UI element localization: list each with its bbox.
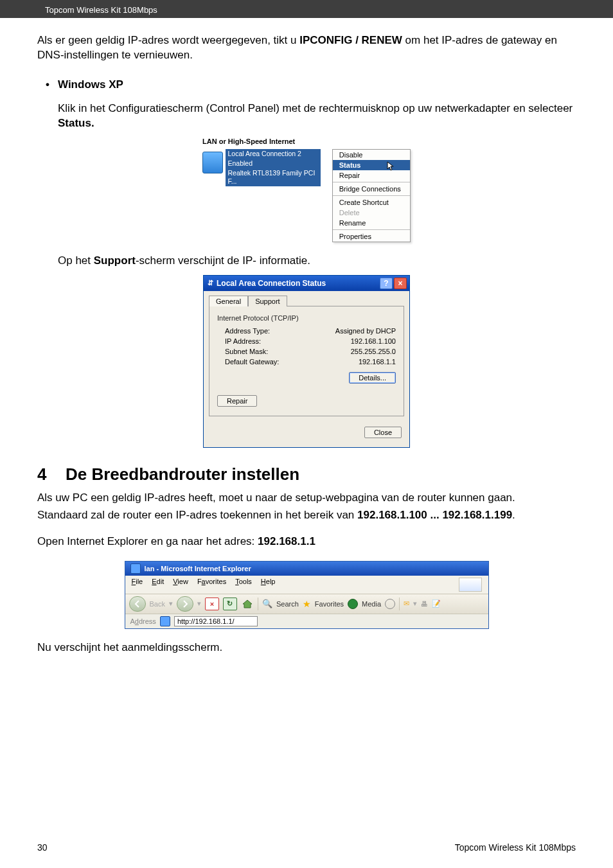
back-label: Back [150,600,165,608]
sec4-p3: Open Internet Explorer en ga naar het ad… [37,535,576,549]
ctx-repair[interactable]: Repair [333,170,410,181]
fwd-dropdown-icon[interactable]: ▾ [197,599,201,608]
menu-tools[interactable]: Tools [235,578,252,592]
intro-text-a: Als er geen geldig IP-adres wordt weerge… [37,34,299,46]
mask-value: 255.255.255.0 [351,348,396,355]
ctx-status[interactable]: Status [333,160,410,170]
sec4-p3-a: Open Internet Explorer en ga naar het ad… [37,535,258,547]
ctx-bridge[interactable]: Bridge Connections [333,182,410,194]
edit-icon[interactable]: 📝 [432,599,441,608]
status-dialog: ⇵ Local Area Connection Status ? × Gener… [203,275,410,448]
bullet-dot: • [37,78,58,91]
addr-type-value: Assigned by DHCP [335,327,396,335]
tab-support[interactable]: Support [248,296,287,306]
sec4-p1: Als uw PC een geldig IP-adres heeft, moe… [37,491,576,506]
ctx-status-label: Status [339,161,361,169]
row-address-type: Address Type: Assigned by DHCP [217,326,396,336]
help-button[interactable]: ? [380,278,393,289]
media-label: Media [362,600,381,608]
ie-throbber-icon [459,578,482,592]
menu-file[interactable]: File [132,578,143,592]
screenshot-context-menu: LAN or High-Speed Internet Local Area Co… [202,137,411,242]
mail-dropdown-icon[interactable]: ▾ [413,599,417,608]
step2-b: -scherm verschijnt de IP- informatie. [136,254,310,267]
back-dropdown-icon[interactable]: ▾ [169,599,173,608]
connection-name[interactable]: Local Area Connection 2 [226,149,321,159]
sec4-ip-range: 192.168.1.100 ... 192.168.1.199 [357,509,512,521]
row-mask: Subnet Mask: 255.255.255.0 [217,346,396,357]
ctx-properties[interactable]: Properties [333,229,410,242]
sec4-router-ip: 192.168.1.1 [258,535,315,547]
ie-address-bar: Address http://192.168.1.1/ [125,614,488,628]
refresh-button[interactable]: ↻ [223,598,237,610]
ctx-disable[interactable]: Disable [333,150,410,160]
forward-button[interactable] [177,596,193,612]
tcpip-group-label: Internet Protocol (TCP/IP) [217,314,396,322]
details-button[interactable]: Details... [349,372,396,384]
search-label: Search [276,600,299,608]
media-icon[interactable] [348,599,358,609]
step1-bold: Status. [58,117,94,129]
back-arrow-icon [134,600,141,608]
page-icon [160,616,170,626]
sec4-p2-c: . [512,509,515,521]
section-number: 4 [37,465,66,484]
screenshot-ie-browser: lan - Microsoft Internet Explorer File E… [125,561,489,629]
close-button[interactable]: Close [364,427,402,438]
gw-value: 192.168.1.1 [359,358,396,366]
home-button[interactable] [241,598,254,610]
address-input[interactable]: http://192.168.1.1/ [174,616,258,626]
dialog-titlebar: ⇵ Local Area Connection Status ? × [204,276,409,291]
sec4-p2: Standaard zal de router een IP-adres toe… [37,508,576,523]
menu-help[interactable]: Help [261,578,276,592]
address-label: Address [130,617,156,625]
mail-icon[interactable]: ✉ [404,599,409,608]
ie-window-title: lan - Microsoft Internet Explorer [145,565,251,572]
ip-value: 192.168.1.100 [351,337,396,345]
section-title: De Breedbandrouter instellen [66,465,299,484]
favorites-icon[interactable]: ★ [303,599,311,609]
step1-text-a: Klik in het Configuratiescherm (Control … [58,102,573,114]
doc-header: Topcom Wireless Kit 108Mbps [0,0,613,18]
network-connection-icon [202,152,223,173]
menu-view[interactable]: View [173,578,188,592]
stop-button[interactable]: × [205,598,219,610]
tab-general[interactable]: General [209,296,248,306]
gw-label: Default Gateway: [225,358,279,366]
ctx-rename[interactable]: Rename [333,218,410,228]
header-product: Topcom Wireless Kit 108Mbps [45,5,157,15]
after-ie-text: Nu verschijnt het aanmeldingsscherm. [37,641,576,655]
lan-section-title: LAN or High-Speed Internet [202,137,411,145]
history-icon[interactable] [385,599,395,609]
ctx-shortcut[interactable]: Create Shortcut [333,195,410,208]
step1-text: Klik in het Configuratiescherm (Control … [58,102,576,131]
network-status-icon: ⇵ [208,279,213,287]
addr-type-label: Address Type: [225,327,270,335]
connection-adapter: Realtek RTL8139 Family PCI F... [226,168,321,186]
toolbar-separator [258,598,258,610]
ctx-delete: Delete [333,208,410,218]
step2-bold: Support [94,254,136,267]
row-gateway: Default Gateway: 192.168.1.1 [217,357,396,367]
toolbar-separator [399,598,400,610]
repair-button[interactable]: Repair [217,395,257,407]
sec4-p2-a: Standaard zal de router een IP-adres toe… [37,509,357,521]
page-footer: 30 Topcom Wireless Kit 108Mbps [37,842,576,853]
dialog-tabs: GeneralSupport [204,291,409,306]
back-button[interactable] [129,596,146,612]
connection-state: Enabled [226,159,321,168]
close-icon[interactable]: × [394,278,407,289]
dialog-body: Internet Protocol (TCP/IP) Address Type:… [209,306,404,416]
bullet-label: Windows XP [58,78,123,91]
page-number: 30 [37,842,48,853]
print-icon[interactable]: 🖶 [421,600,428,608]
dialog-title: Local Area Connection Status [217,279,326,288]
step2-a: Op het [58,254,94,267]
footer-product: Topcom Wireless Kit 108Mbps [455,842,576,853]
menu-favorites[interactable]: Favorites [197,578,226,592]
search-icon[interactable]: 🔍 [262,599,272,608]
intro-command: IPCONFIG / RENEW [299,34,402,46]
row-ip: IP Address: 192.168.1.100 [217,336,396,346]
step2-text: Op het Support-scherm verschijnt de IP- … [58,254,576,269]
menu-edit[interactable]: Edit [152,578,164,592]
